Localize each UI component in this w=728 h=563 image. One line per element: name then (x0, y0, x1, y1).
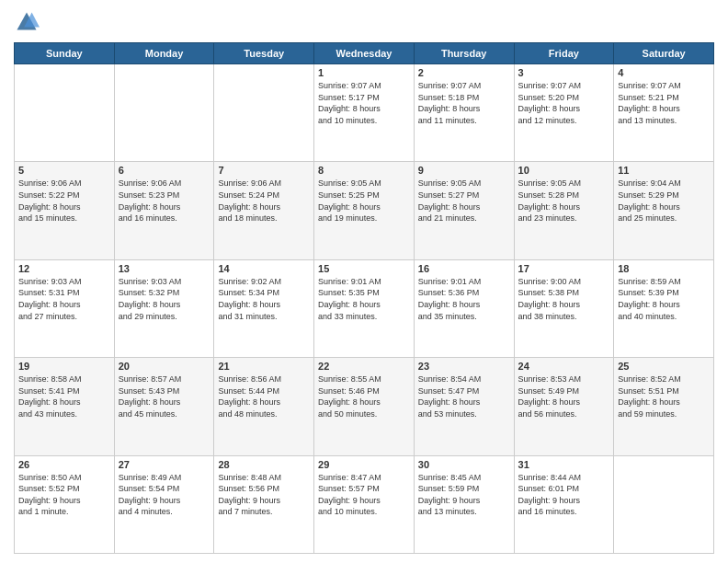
weekday-header-wednesday: Wednesday (314, 43, 415, 64)
day-number: 3 (518, 67, 610, 78)
calendar-table: SundayMondayTuesdayWednesdayThursdayFrid… (14, 42, 714, 554)
calendar-cell: 31Sunrise: 8:44 AM Sunset: 6:01 PM Dayli… (514, 455, 614, 553)
calendar-cell: 8Sunrise: 9:05 AM Sunset: 5:25 PM Daylig… (314, 162, 415, 259)
calendar-cell: 9Sunrise: 9:05 AM Sunset: 5:27 PM Daylig… (414, 162, 514, 259)
day-detail: Sunrise: 8:54 AM Sunset: 5:47 PM Dayligh… (418, 373, 510, 419)
calendar-cell: 30Sunrise: 8:45 AM Sunset: 5:59 PM Dayli… (414, 455, 514, 553)
calendar-cell: 19Sunrise: 8:58 AM Sunset: 5:41 PM Dayli… (15, 358, 115, 455)
calendar-cell (214, 64, 314, 162)
day-number: 25 (618, 361, 710, 372)
day-detail: Sunrise: 9:07 AM Sunset: 5:17 PM Dayligh… (318, 80, 410, 126)
day-number: 31 (518, 459, 610, 470)
calendar-cell: 15Sunrise: 9:01 AM Sunset: 5:35 PM Dayli… (314, 259, 415, 357)
calendar-cell: 6Sunrise: 9:06 AM Sunset: 5:23 PM Daylig… (114, 162, 214, 259)
day-number: 19 (18, 361, 110, 372)
day-number: 29 (318, 459, 410, 470)
day-detail: Sunrise: 9:03 AM Sunset: 5:32 PM Dayligh… (119, 276, 210, 322)
day-number: 21 (218, 361, 310, 372)
day-detail: Sunrise: 8:44 AM Sunset: 6:01 PM Dayligh… (518, 472, 610, 518)
calendar-cell: 27Sunrise: 8:49 AM Sunset: 5:54 PM Dayli… (114, 455, 214, 553)
day-number: 14 (218, 263, 310, 274)
day-detail: Sunrise: 8:50 AM Sunset: 5:52 PM Dayligh… (18, 472, 110, 518)
weekday-header-tuesday: Tuesday (214, 43, 314, 64)
calendar-cell: 16Sunrise: 9:01 AM Sunset: 5:36 PM Dayli… (414, 259, 514, 357)
day-number: 8 (318, 165, 410, 176)
day-number: 15 (318, 263, 410, 274)
day-detail: Sunrise: 8:57 AM Sunset: 5:43 PM Dayligh… (119, 373, 210, 419)
day-detail: Sunrise: 9:07 AM Sunset: 5:20 PM Dayligh… (518, 80, 610, 126)
day-number: 28 (218, 459, 310, 470)
day-detail: Sunrise: 9:05 AM Sunset: 5:25 PM Dayligh… (318, 178, 410, 224)
day-number: 20 (119, 361, 210, 372)
calendar-cell: 24Sunrise: 8:53 AM Sunset: 5:49 PM Dayli… (514, 358, 614, 455)
weekday-header-row: SundayMondayTuesdayWednesdayThursdayFrid… (15, 43, 714, 64)
calendar-cell: 10Sunrise: 9:05 AM Sunset: 5:28 PM Dayli… (514, 162, 614, 259)
weekday-header-friday: Friday (514, 43, 614, 64)
day-detail: Sunrise: 8:45 AM Sunset: 5:59 PM Dayligh… (418, 472, 510, 518)
day-detail: Sunrise: 9:06 AM Sunset: 5:23 PM Dayligh… (119, 178, 210, 224)
day-number: 30 (418, 459, 510, 470)
calendar-cell: 1Sunrise: 9:07 AM Sunset: 5:17 PM Daylig… (314, 64, 415, 162)
day-detail: Sunrise: 9:00 AM Sunset: 5:38 PM Dayligh… (518, 276, 610, 322)
day-number: 24 (518, 361, 610, 372)
calendar-cell: 7Sunrise: 9:06 AM Sunset: 5:24 PM Daylig… (214, 162, 314, 259)
day-detail: Sunrise: 9:06 AM Sunset: 5:22 PM Dayligh… (18, 178, 110, 224)
day-detail: Sunrise: 9:02 AM Sunset: 5:34 PM Dayligh… (218, 276, 310, 322)
day-number: 11 (618, 165, 710, 176)
calendar-cell: 17Sunrise: 9:00 AM Sunset: 5:38 PM Dayli… (514, 259, 614, 357)
day-number: 27 (119, 459, 210, 470)
calendar-week-5: 26Sunrise: 8:50 AM Sunset: 5:52 PM Dayli… (15, 455, 714, 553)
calendar-cell: 11Sunrise: 9:04 AM Sunset: 5:29 PM Dayli… (614, 162, 714, 259)
weekday-header-saturday: Saturday (614, 43, 714, 64)
calendar-cell: 14Sunrise: 9:02 AM Sunset: 5:34 PM Dayli… (214, 259, 314, 357)
calendar-cell: 21Sunrise: 8:56 AM Sunset: 5:44 PM Dayli… (214, 358, 314, 455)
day-detail: Sunrise: 8:47 AM Sunset: 5:57 PM Dayligh… (318, 472, 410, 518)
calendar-cell: 3Sunrise: 9:07 AM Sunset: 5:20 PM Daylig… (514, 64, 614, 162)
day-number: 4 (618, 67, 710, 78)
day-detail: Sunrise: 8:56 AM Sunset: 5:44 PM Dayligh… (218, 373, 310, 419)
day-detail: Sunrise: 8:53 AM Sunset: 5:49 PM Dayligh… (518, 373, 610, 419)
calendar-cell (114, 64, 214, 162)
day-detail: Sunrise: 9:04 AM Sunset: 5:29 PM Dayligh… (618, 178, 710, 224)
calendar-cell: 28Sunrise: 8:48 AM Sunset: 5:56 PM Dayli… (214, 455, 314, 553)
weekday-header-thursday: Thursday (414, 43, 514, 64)
day-number: 1 (318, 67, 410, 78)
calendar-cell: 22Sunrise: 8:55 AM Sunset: 5:46 PM Dayli… (314, 358, 415, 455)
day-number: 7 (218, 165, 310, 176)
day-detail: Sunrise: 9:07 AM Sunset: 5:18 PM Dayligh… (418, 80, 510, 126)
day-detail: Sunrise: 8:49 AM Sunset: 5:54 PM Dayligh… (119, 472, 210, 518)
day-detail: Sunrise: 9:07 AM Sunset: 5:21 PM Dayligh… (618, 80, 710, 126)
calendar-cell: 13Sunrise: 9:03 AM Sunset: 5:32 PM Dayli… (114, 259, 214, 357)
day-detail: Sunrise: 9:05 AM Sunset: 5:27 PM Dayligh… (418, 178, 510, 224)
calendar-week-1: 1Sunrise: 9:07 AM Sunset: 5:17 PM Daylig… (15, 64, 714, 162)
logo-icon (14, 9, 40, 35)
weekday-header-monday: Monday (114, 43, 214, 64)
day-number: 9 (418, 165, 510, 176)
calendar-cell: 23Sunrise: 8:54 AM Sunset: 5:47 PM Dayli… (414, 358, 514, 455)
day-number: 13 (119, 263, 210, 274)
calendar-cell: 4Sunrise: 9:07 AM Sunset: 5:21 PM Daylig… (614, 64, 714, 162)
calendar-cell: 26Sunrise: 8:50 AM Sunset: 5:52 PM Dayli… (15, 455, 115, 553)
day-number: 5 (18, 165, 110, 176)
day-number: 18 (618, 263, 710, 274)
day-detail: Sunrise: 8:59 AM Sunset: 5:39 PM Dayligh… (618, 276, 710, 322)
day-number: 17 (518, 263, 610, 274)
day-detail: Sunrise: 9:06 AM Sunset: 5:24 PM Dayligh… (218, 178, 310, 224)
calendar-cell: 12Sunrise: 9:03 AM Sunset: 5:31 PM Dayli… (15, 259, 115, 357)
day-number: 12 (18, 263, 110, 274)
day-number: 26 (18, 459, 110, 470)
day-number: 2 (418, 67, 510, 78)
calendar-cell (15, 64, 115, 162)
day-detail: Sunrise: 8:52 AM Sunset: 5:51 PM Dayligh… (618, 373, 710, 419)
day-number: 16 (418, 263, 510, 274)
weekday-header-sunday: Sunday (15, 43, 115, 64)
day-detail: Sunrise: 8:55 AM Sunset: 5:46 PM Dayligh… (318, 373, 410, 419)
logo (14, 9, 43, 35)
calendar-cell: 29Sunrise: 8:47 AM Sunset: 5:57 PM Dayli… (314, 455, 415, 553)
calendar-cell: 2Sunrise: 9:07 AM Sunset: 5:18 PM Daylig… (414, 64, 514, 162)
day-detail: Sunrise: 8:48 AM Sunset: 5:56 PM Dayligh… (218, 472, 310, 518)
day-detail: Sunrise: 9:01 AM Sunset: 5:36 PM Dayligh… (418, 276, 510, 322)
day-detail: Sunrise: 9:05 AM Sunset: 5:28 PM Dayligh… (518, 178, 610, 224)
day-number: 22 (318, 361, 410, 372)
page-header (14, 9, 714, 35)
